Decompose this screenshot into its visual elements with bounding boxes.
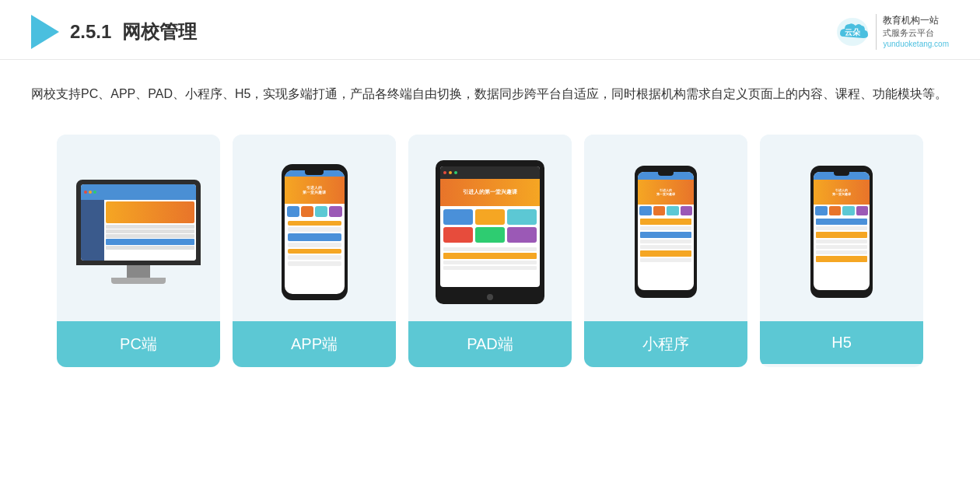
phone-banner: 引进人的第一堂兴趣课 (285, 177, 345, 204)
card-miniapp: 引进人的第一堂兴趣课 (584, 135, 747, 367)
tablet-row (443, 261, 537, 264)
description-text: 网校支持PC、APP、PAD、小程序、H5，实现多端打通，产品各终端自由切换，数… (31, 82, 949, 107)
pss-icon (829, 206, 842, 215)
pss-row (816, 240, 867, 243)
monitor-top-bar (81, 184, 196, 200)
pss-row (640, 258, 691, 262)
header-right: 云朵 教育机构一站 式服务云平台 yunduoketang.com (834, 14, 949, 50)
pss-banner: 引进人的第一堂兴趣课 (638, 180, 694, 205)
tablet-grid-item (443, 209, 473, 225)
phone-notch (305, 170, 324, 175)
phone-screen: 引进人的第一堂兴趣课 (285, 170, 345, 294)
phone-content-row (288, 249, 341, 254)
phone-content-rows (285, 219, 345, 294)
brand-text: 教育机构一站 式服务云平台 yunduoketang.com (876, 14, 949, 50)
logo-triangle-icon (31, 15, 59, 49)
monitor-rows (106, 225, 194, 250)
tablet-grid-item (507, 209, 537, 225)
pss-row (816, 250, 867, 254)
page-title: 2.5.1 网校管理 (70, 19, 197, 44)
monitor-screen (81, 184, 196, 261)
device-phone-app: 引进人的第一堂兴趣课 (282, 164, 348, 300)
tablet-dot-red (443, 171, 446, 174)
brand-line2: 式服务云平台 (883, 27, 949, 39)
monitor-row (106, 239, 194, 245)
pss-icon (639, 206, 652, 215)
monitor-main (104, 200, 196, 261)
section-number: 2.5.1 (70, 21, 111, 42)
tablet-row (443, 247, 537, 251)
pss-banner-h5: 引进人的第一堂兴趣课 (814, 180, 870, 205)
brand-domain: yunduoketang.com (883, 39, 949, 50)
phone-content-row (288, 221, 341, 226)
tablet-row (443, 253, 537, 259)
tablet-grid (440, 206, 540, 246)
tablet-row (443, 266, 537, 270)
tablet-grid-item (507, 227, 537, 243)
phone-content-row (288, 255, 341, 260)
card-pad: 引进人的第一堂兴趣课 (408, 135, 572, 367)
card-pc-label: PC端 (120, 335, 157, 352)
pss-row (816, 232, 867, 238)
pss-row (640, 226, 691, 230)
monitor-base (111, 278, 166, 284)
header-left: 2.5.1 网校管理 (31, 15, 197, 49)
monitor-row (106, 229, 194, 233)
tablet-screen: 引进人的第一堂兴趣课 (440, 166, 540, 287)
tablet-header (440, 166, 540, 179)
pss-row (816, 245, 867, 249)
phone-icons (285, 204, 345, 219)
card-h5-label-area: H5 (760, 321, 923, 364)
pss-icon (856, 206, 869, 215)
phone-content-row (288, 261, 341, 266)
monitor-sidebar (81, 200, 104, 261)
svg-text:云朵: 云朵 (845, 28, 861, 37)
monitor-stand (127, 265, 150, 278)
card-pc-label-area: PC端 (57, 321, 220, 367)
cards-section: PC端 引进人的第一堂兴趣课 (0, 119, 980, 390)
phone-content-row (288, 227, 341, 232)
pss-row (640, 250, 691, 257)
phone-icon (301, 206, 313, 217)
brand-line1: 教育机构一站 (883, 15, 939, 26)
pss-icons-h5 (814, 205, 870, 217)
card-miniapp-label: 小程序 (642, 335, 689, 352)
tablet-dot-green (454, 171, 457, 174)
page: 2.5.1 网校管理 云朵 教育机构一站 式服务云平台 yunduoketang… (0, 0, 980, 490)
pss-icon (815, 206, 828, 215)
tablet-dot-yellow (449, 171, 452, 174)
monitor-content (81, 200, 196, 261)
pss-icon (667, 206, 679, 215)
device-phone-miniapp: 引进人的第一堂兴趣课 (635, 166, 697, 298)
tablet-grid-item (475, 209, 505, 225)
pss-row (816, 256, 867, 262)
pss-row (640, 240, 691, 243)
card-pad-label: PAD端 (467, 335, 513, 352)
card-pad-image: 引进人的第一堂兴趣课 (408, 135, 572, 321)
monitor-row (106, 225, 194, 229)
card-pc-image (57, 135, 220, 321)
card-h5-image: 引进人的第一堂兴趣课 (760, 135, 923, 321)
card-miniapp-image: 引进人的第一堂兴趣课 (584, 135, 747, 321)
pss-icon (653, 206, 666, 215)
card-miniapp-label-area: 小程序 (584, 321, 747, 367)
pss-row (640, 219, 691, 225)
tablet-home-button (487, 294, 493, 300)
monitor-banner (106, 201, 194, 223)
card-pad-label-area: PAD端 (408, 321, 572, 367)
card-h5-label: H5 (831, 334, 852, 351)
pss-icon (681, 206, 693, 215)
card-app-image: 引进人的第一堂兴趣课 (233, 135, 396, 321)
pss-row (816, 219, 867, 225)
brand-logo: 云朵 教育机构一站 式服务云平台 yunduoketang.com (834, 14, 949, 50)
phone-small-screen: 引进人的第一堂兴趣课 (638, 172, 694, 290)
pss-rows-h5 (814, 217, 870, 264)
card-app-label: APP端 (291, 335, 338, 352)
card-h5: 引进人的第一堂兴趣课 (760, 135, 923, 367)
card-app: 引进人的第一堂兴趣课 (233, 135, 396, 367)
tablet-grid-item (475, 227, 505, 243)
pss-icons (638, 205, 694, 217)
device-pc (76, 180, 201, 284)
title-bold: 网校管理 (122, 21, 197, 42)
card-pc: PC端 (57, 135, 220, 367)
